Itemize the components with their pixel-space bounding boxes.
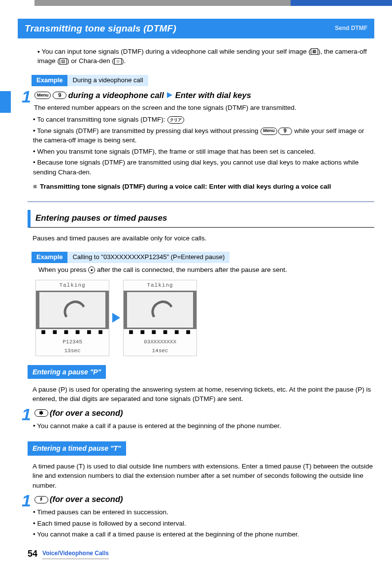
handset-icon — [60, 299, 85, 321]
example-2: Example Calling to "03XXXXXXXXP12345" (P… — [32, 252, 374, 263]
step-pause-t: 1 ♯ (for over a second) Timed pauses can… — [22, 492, 374, 541]
clear-key-icon: クリア — [167, 116, 184, 124]
nine-key-icon: 9 — [278, 128, 292, 135]
step-title: ✱ (for over a second) — [34, 407, 374, 419]
step-title: ♯ (for over a second) — [34, 494, 374, 505]
step-number: 1 — [22, 88, 31, 105]
step-title: Menu9 during a videophone call Enter wit… — [34, 90, 374, 101]
intro-line: You can input tone signals (DTMF) during… — [37, 47, 374, 66]
arrow-right-icon — [112, 313, 120, 323]
menu-key-icon: Menu — [261, 128, 277, 135]
section-pauses-header: Entering pauses or timed pauses — [28, 210, 374, 228]
pause-p-desc: A pause (P) is used for operating the an… — [33, 385, 374, 404]
pause-t-notes: Timed pauses can be entered in successio… — [33, 507, 374, 539]
star-key-icon: ✱ — [34, 409, 48, 417]
page-title: Transmitting tone signals (DTMF) — [25, 22, 176, 35]
side-tab-marker — [0, 91, 11, 113]
phone-screen-2: Talking ■ ■ ■ ■ ■ ■ 03XXXXXXXX 14sec — [123, 280, 197, 356]
step-number: 1 — [22, 406, 31, 423]
example-2-desc: When you press ● after the call is conne… — [38, 265, 374, 275]
pause-t-desc: A timed pause (T) is used to dial outsid… — [33, 462, 374, 491]
chara-den-icon: ☺ — [114, 58, 122, 65]
step-1-dtmf: 1 Menu9 during a videophone call Enter w… — [22, 88, 374, 194]
section-header-main: Transmitting tone signals (DTMF) Send DT… — [18, 19, 374, 38]
signal-dots: ■ ■ ■ ■ ■ ■ — [124, 329, 196, 337]
phone-screens: Talking ■ ■ ■ ■ ■ ■ P12345 13sec Talking… — [35, 280, 374, 356]
handset-icon — [148, 299, 172, 321]
self-image-icon: ▦ — [311, 48, 318, 55]
divider — [28, 201, 374, 202]
nine-key-icon: 9 — [53, 92, 66, 99]
example-badge: Example — [32, 252, 67, 263]
center-key-icon: ● — [88, 267, 95, 273]
top-accent-bar — [0, 0, 392, 6]
footer-section-label: Voice/Videophone Calls — [42, 548, 109, 559]
section-pauses-desc: Pauses and timed pauses are available on… — [33, 233, 374, 243]
pause-p-notes: You cannot make a call if a pause is ent… — [33, 421, 374, 431]
example-text: During a videophone call — [67, 75, 148, 86]
menu-key-icon: Menu — [34, 92, 51, 99]
page-footer: 54 Voice/Videophone Calls — [28, 547, 374, 560]
step-desc: The entered number appears on the screen… — [34, 103, 374, 113]
step-number: 1 — [22, 492, 31, 509]
sub-section-pause-p: Entering a pause "P" — [28, 365, 106, 379]
sub-section-pause-t: Entering a timed pause "T" — [28, 441, 126, 455]
phone-screen-1: Talking ■ ■ ■ ■ ■ ■ P12345 13sec — [35, 280, 109, 356]
signal-dots: ■ ■ ■ ■ ■ ■ — [36, 329, 109, 337]
example-badge: Example — [32, 75, 67, 86]
step-1-notes: To cancel transmitting tone signals (DTM… — [33, 115, 374, 177]
example-text: Calling to "03XXXXXXXXP12345" (P=Entered… — [67, 252, 229, 263]
page-number: 54 — [28, 547, 37, 560]
voice-call-note: Transmitting tone signals (DTMF) during … — [33, 182, 374, 192]
step-pause-p: 1 ✱ (for over a second) You cannot make … — [22, 406, 374, 433]
intro-list: You can input tone signals (DTMF) during… — [33, 47, 374, 66]
page-header-label: Send DTMF — [335, 24, 367, 33]
arrow-right-icon — [167, 92, 172, 98]
example-1: Example During a videophone call — [32, 75, 374, 86]
hash-key-icon: ♯ — [34, 496, 48, 503]
camera-off-icon: ▤ — [60, 58, 67, 65]
